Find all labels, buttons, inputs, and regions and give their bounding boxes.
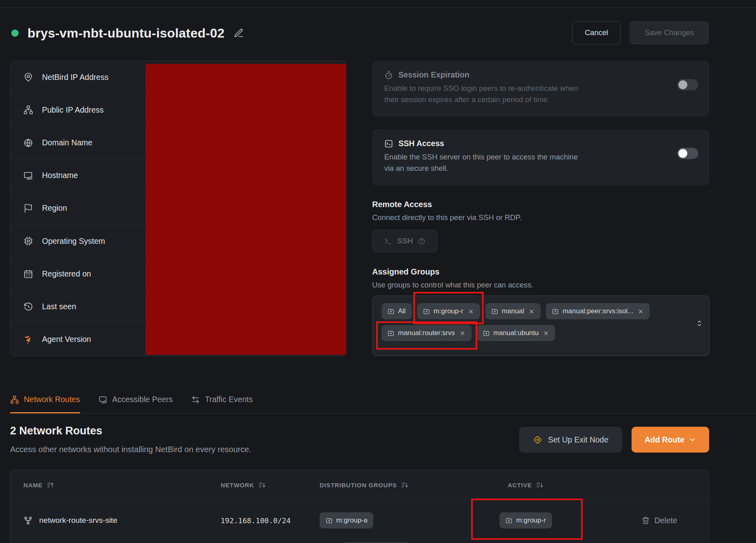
- tab-label: Accessible Peers: [112, 395, 173, 404]
- group-chip-label: manual: [502, 307, 524, 315]
- folder-icon: [552, 308, 559, 315]
- add-route-button[interactable]: Add Route: [632, 427, 709, 453]
- registered-label: Registered on: [42, 269, 91, 279]
- session-expiration-toggle[interactable]: [677, 79, 698, 90]
- remove-group-icon[interactable]: [459, 330, 465, 336]
- history-icon: [23, 302, 34, 312]
- routes-section-desc: Access other networks without installing…: [10, 445, 251, 454]
- online-status-dot: [11, 29, 19, 37]
- ssh-button-label: SSH: [397, 237, 413, 245]
- group-chip-manual-ubuntu: manual:ubuntu: [477, 325, 555, 341]
- column-header-distribution-groups[interactable]: DISTRIBUTION GROUPS: [320, 481, 469, 489]
- netbird-logo-icon: [23, 335, 34, 344]
- ssh-access-title: SSH Access: [398, 139, 444, 148]
- folder-icon: [491, 308, 498, 315]
- git-fork-icon: [23, 516, 33, 525]
- remove-group-icon[interactable]: [468, 308, 474, 314]
- group-chip-all: All: [381, 303, 412, 319]
- route-name-cell: network-route-srvs-site: [23, 516, 221, 525]
- folder-icon: [387, 330, 394, 337]
- last-seen-label: Last seen: [42, 302, 76, 311]
- ssh-access-desc: Enable the SSH server on this peer to ac…: [384, 151, 697, 174]
- group-chip-label: m:group-r: [516, 516, 546, 524]
- trash-icon: [642, 516, 650, 524]
- column-header-name[interactable]: NAME: [23, 481, 221, 489]
- session-expiration-desc: Enable to require SSO login peers to re-…: [384, 83, 697, 105]
- cpu-icon: [23, 236, 34, 246]
- netbird-ip-label: NetBird IP Address: [42, 73, 108, 82]
- active-group-cell: m:group-r: [469, 512, 582, 528]
- network-icon: [23, 105, 34, 115]
- save-changes-button[interactable]: Save Changes: [630, 21, 709, 44]
- terminal-square-icon: [384, 139, 393, 148]
- session-expiration-title: Session Expiration: [398, 70, 470, 80]
- group-chip-label: manual:peer:srvs:isol...: [562, 307, 633, 315]
- ssh-access-card: SSH Access Enable the SSH server on this…: [372, 129, 710, 185]
- peer-tabs: Network Routes Accessible Peers Traffic …: [10, 387, 756, 413]
- assigned-groups-desc: Use groups to control what this peer can…: [372, 281, 533, 289]
- group-chip-label: manual:router:srvs: [398, 329, 455, 337]
- remove-group-icon[interactable]: [529, 308, 535, 314]
- chevrons-up-down-icon[interactable]: [695, 319, 703, 327]
- route-name: network-route-srvs-site: [39, 516, 117, 525]
- delete-route-button[interactable]: Delete: [642, 516, 677, 525]
- routes-section-title: 2 Network Routes: [10, 425, 102, 437]
- os-label: Operating System: [42, 237, 105, 246]
- folder-icon: [326, 517, 333, 524]
- exit-node-icon: [533, 435, 542, 444]
- group-chip-label: All: [398, 307, 406, 315]
- tab-label: Network Routes: [24, 395, 80, 404]
- session-expiration-card: Session Expiration Enable to require SSO…: [372, 61, 710, 117]
- route-network-cell: 192.168.100.0/24: [221, 516, 320, 525]
- peer-header: brys-vm-nbt-ubuntu-isolated-02: [11, 21, 244, 45]
- page-top-divider: [0, 7, 756, 8]
- agent-version-label: Agent Version: [42, 335, 91, 344]
- tab-accessible-peers[interactable]: Accessible Peers: [99, 387, 173, 413]
- sort-asc-icon: [46, 481, 54, 489]
- setup-exit-node-label: Set Up Exit Node: [548, 435, 609, 444]
- sort-desc-icon: [401, 481, 409, 489]
- help-circle-icon: [418, 237, 425, 245]
- ssh-access-toggle[interactable]: [677, 148, 698, 159]
- timer-icon: [384, 71, 393, 80]
- hostname-label: Hostname: [42, 171, 78, 180]
- header-actions: Cancel Save Changes: [572, 21, 709, 44]
- assigned-groups-title: Assigned Groups: [372, 267, 440, 277]
- network-routes-table: NAME NETWORK DISTRIBUTION GROUPS ACTIVE …: [10, 470, 709, 543]
- remote-access-title: Remote Access: [372, 200, 432, 209]
- monitor-icon: [23, 171, 34, 180]
- domain-label: Domain Name: [42, 138, 93, 147]
- table-header-row: NAME NETWORK DISTRIBUTION GROUPS ACTIVE: [11, 470, 709, 500]
- active-group-chip: m:group-r: [499, 512, 552, 528]
- redacted-values-overlay: [145, 64, 346, 355]
- group-chip-manual: manual: [485, 303, 541, 319]
- ssh-connect-button[interactable]: SSH: [372, 230, 437, 252]
- map-pin-icon: [23, 72, 34, 82]
- remove-group-icon[interactable]: [543, 330, 549, 336]
- globe-icon: [23, 138, 34, 148]
- edit-name-icon[interactable]: [234, 28, 244, 38]
- chevron-down-icon: [689, 436, 696, 444]
- group-chip-manual-peer-srvs: manual:peer:srvs:isol...: [546, 303, 650, 319]
- cancel-button[interactable]: Cancel: [572, 21, 621, 44]
- remote-access-desc: Connect directly to this peer via SSH or…: [372, 213, 522, 222]
- network-routes-icon: [10, 395, 19, 404]
- tab-label: Traffic Events: [205, 395, 253, 404]
- distribution-group-cell: m:group-a: [320, 512, 469, 528]
- peer-name-title: brys-vm-nbt-ubuntu-isolated-02: [27, 26, 225, 41]
- sort-desc-icon: [536, 481, 543, 489]
- tab-traffic-events[interactable]: Traffic Events: [191, 387, 253, 413]
- add-route-label: Add Route: [644, 435, 684, 444]
- remove-group-icon[interactable]: [638, 308, 644, 314]
- column-header-network[interactable]: NETWORK: [221, 481, 320, 489]
- calendar-icon: [23, 269, 34, 279]
- group-chip-label: manual:ubuntu: [493, 329, 539, 337]
- assigned-groups-select[interactable]: All m:group-r manual manual:peer:srvs:is…: [372, 296, 710, 356]
- column-header-active[interactable]: ACTIVE: [469, 481, 582, 489]
- group-chip-manual-router-srvs: manual:router:srvs: [381, 325, 472, 341]
- sort-desc-icon: [258, 481, 266, 489]
- monitor-icon: [99, 395, 107, 404]
- setup-exit-node-button[interactable]: Set Up Exit Node: [519, 427, 622, 453]
- folder-icon: [483, 330, 490, 337]
- tab-network-routes[interactable]: Network Routes: [10, 387, 80, 413]
